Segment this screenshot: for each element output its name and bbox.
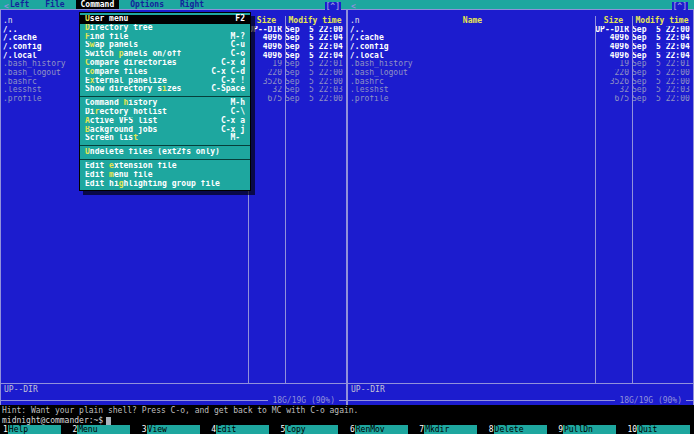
menubar-item-command[interactable]: Command: [76, 0, 120, 9]
file-size: 32: [248, 86, 285, 95]
fkey-label: Delete: [494, 425, 547, 434]
fkey-7-mkdir[interactable]: 7Mkdir: [416, 425, 485, 434]
file-size: 3526: [595, 78, 632, 87]
file-size: 675: [595, 95, 632, 104]
menu-item-background-jobs[interactable]: Background jobsC-x j: [80, 126, 250, 135]
file-row[interactable]: .bash_logout220Sep 5 22:00: [348, 69, 693, 78]
file-size: 4096: [248, 52, 285, 61]
menu-item-swap-panels[interactable]: Swap panelsC-u: [80, 41, 250, 50]
fkey-1-help[interactable]: 1Help: [0, 425, 69, 434]
fkey-5-copy[interactable]: 5Copy: [278, 425, 347, 434]
file-row[interactable]: .profile675Sep 5 22:00: [348, 95, 693, 104]
menu-hotkey-letter: D: [85, 24, 90, 32]
file-mtime: Sep 5 22:04: [632, 34, 692, 43]
up-directory-icon[interactable]: [^]: [672, 2, 688, 11]
file-row[interactable]: /.cache4096Sep 5 22:04: [348, 34, 693, 43]
menubar-item-file[interactable]: File: [40, 0, 69, 9]
menu-item-directory-tree[interactable]: Directory tree: [80, 24, 250, 33]
menu-item-label: Show directory sizes: [85, 85, 207, 94]
text-cursor: [106, 417, 111, 425]
fkey-3-view[interactable]: 3View: [139, 425, 208, 434]
file-size: 4096: [248, 34, 285, 43]
menubar-item-options[interactable]: Options: [125, 0, 169, 9]
fkey-9-pulldn[interactable]: 9PullDn: [555, 425, 624, 434]
name-column-header[interactable]: .nName: [348, 16, 595, 26]
menu-item-label: Compare directories: [85, 59, 217, 68]
file-mtime: Sep 5 22:00: [285, 69, 345, 78]
fkey-label: View: [147, 425, 200, 434]
file-name: /.config: [348, 43, 595, 52]
file-size: 675: [248, 95, 285, 104]
menu-item-edit-menu-file[interactable]: Edit menu file: [80, 171, 250, 180]
panel-right-file-list: .nName Size Modify time /..UP--DIRSep 5 …: [348, 16, 693, 383]
fkey-6-renmov[interactable]: 6RenMov: [347, 425, 416, 434]
menu-item-edit-extension-file[interactable]: Edit extension file: [80, 162, 250, 171]
menu-item-label: Command history: [85, 99, 227, 108]
menubar-item-left[interactable]: Left: [5, 0, 34, 9]
menu-item-find-file[interactable]: Find fileM-?: [80, 33, 250, 42]
menu-item-label: Edit highlighting group file: [85, 180, 241, 189]
fkey-2-menu[interactable]: 2Menu: [69, 425, 138, 434]
fkey-number: 7: [416, 425, 424, 434]
file-mtime: Sep 5 22:00: [632, 69, 692, 78]
menu-hotkey-letter: B: [85, 126, 90, 134]
file-mtime: Sep 5 22:04: [285, 34, 345, 43]
file-size: 32: [595, 86, 632, 95]
menu-item-screen-list[interactable]: Screen listM-`: [80, 134, 250, 143]
command-line[interactable]: midnight@commander:~$: [0, 416, 694, 425]
fkey-label: Menu: [77, 425, 130, 434]
menubar-item-right[interactable]: Right: [175, 0, 209, 9]
menu-item-command-history[interactable]: Command historyM-h: [80, 99, 250, 108]
file-size: 19: [595, 60, 632, 69]
file-name: /..: [348, 26, 595, 35]
menu-item-label: External panelize: [85, 77, 217, 86]
file-name: .profile: [348, 95, 595, 104]
menu-hotkey-letter: g: [119, 180, 124, 188]
fkey-number: 8: [486, 425, 494, 434]
menu-item-undelete-files-ext2fs-only[interactable]: Undelete files (ext2fs only): [80, 148, 250, 157]
menu-item-user-menu[interactable]: User menuF2: [80, 15, 250, 24]
column-divider: [595, 16, 596, 383]
menu-item-label: Background jobs: [85, 126, 217, 135]
mini-status: UP--DIR: [348, 384, 693, 396]
file-row[interactable]: .bashrc3526Sep 5 22:00: [348, 78, 693, 87]
file-mtime: Sep 5 22:00: [285, 78, 345, 87]
panel-right-column-headers: .nName Size Modify time: [348, 16, 693, 26]
size-column-header[interactable]: Size: [595, 16, 632, 26]
time-column-header[interactable]: Modify time: [285, 16, 345, 26]
file-row[interactable]: .lesshst32Sep 5 22:03: [348, 86, 693, 95]
file-row[interactable]: /.local4096Sep 5 22:04: [348, 52, 693, 61]
menu-item-label: Directory hotlist: [85, 108, 227, 117]
fkey-4-edit[interactable]: 4Edit: [208, 425, 277, 434]
fkey-number: 5: [278, 425, 286, 434]
time-column-header[interactable]: Modify time: [632, 16, 692, 26]
menu-hotkey-letter: r: [95, 108, 100, 116]
fkey-number: 1: [0, 425, 8, 434]
menu-item-show-directory-sizes[interactable]: Show directory sizesC-Space: [80, 85, 250, 94]
hint-line: Hint: Want your plain shell? Press C-o, …: [0, 405, 694, 416]
sort-indicator: .n: [3, 16, 13, 26]
menu-hotkey-letter: C: [85, 59, 90, 67]
menu-item-label: Switch panels on/off: [85, 50, 227, 59]
file-row[interactable]: /.config4096Sep 5 22:04: [348, 43, 693, 52]
file-mtime: Sep 5 22:04: [632, 43, 692, 52]
file-row[interactable]: /..UP--DIRSep 5 22:00: [348, 26, 693, 35]
size-column-header[interactable]: Size: [248, 16, 285, 26]
column-divider: [632, 16, 633, 383]
up-directory-icon[interactable]: [^]: [325, 2, 341, 11]
menu-item-label: Edit extension file: [85, 162, 241, 171]
file-size: 4096: [595, 52, 632, 61]
fkey-8-delete[interactable]: 8Delete: [486, 425, 555, 434]
history-back-icon[interactable]: <: [351, 3, 356, 11]
file-name: .lesshst: [348, 86, 595, 95]
history-back-icon[interactable]: <: [4, 3, 9, 11]
disk-usage: 18G/19G (90%): [268, 396, 339, 405]
menu-item-edit-highlighting-group-file[interactable]: Edit highlighting group file: [80, 180, 250, 189]
menu-hotkey-letter: t: [133, 134, 138, 142]
fkey-10-quit[interactable]: 10Quit: [625, 425, 694, 434]
file-size: 220: [248, 69, 285, 78]
menu-item-label: Find file: [85, 33, 227, 42]
fkey-label: PullDn: [563, 425, 616, 434]
menu-item-label: User menu: [85, 15, 231, 24]
file-row[interactable]: .bash_history19Sep 5 22:01: [348, 60, 693, 69]
